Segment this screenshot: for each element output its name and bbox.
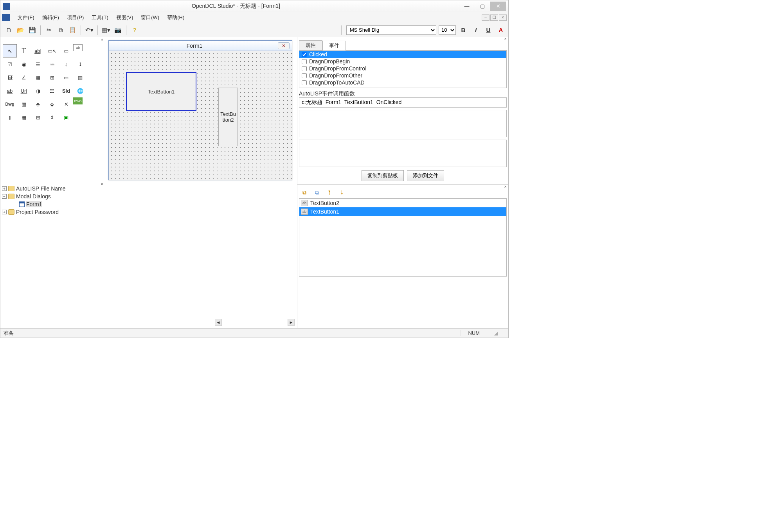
tree-node-password[interactable]: + Project Password: [2, 208, 103, 216]
add-to-file-button[interactable]: 添加到文件: [407, 170, 444, 181]
tab-events[interactable]: 事件: [322, 41, 346, 50]
event-dragndropfromother[interactable]: DragnDropFromOther: [299, 72, 506, 79]
design-textbutton2[interactable]: TextButton2: [218, 88, 238, 146]
block-tool[interactable]: ⬘: [31, 97, 45, 111]
grid-tool[interactable]: ▦: [17, 97, 31, 111]
copy-clipboard-button[interactable]: 复制到剪贴板: [362, 170, 404, 181]
event-list[interactable]: Clicked DragnDropBegin DragnDropFromCont…: [299, 50, 507, 88]
zorder-item-textbutton2[interactable]: ab TextButton2: [299, 199, 506, 207]
event-dragndroptoautocad[interactable]: DragnDropToAutoCAD: [299, 79, 506, 86]
dwg-tool[interactable]: Dwg: [3, 97, 17, 111]
underline-button[interactable]: U: [483, 25, 493, 35]
bold-button[interactable]: B: [458, 25, 468, 35]
mdi-restore-button[interactable]: ❐: [490, 14, 498, 21]
url-tool[interactable]: Url: [17, 84, 31, 97]
font-size-select[interactable]: 10: [439, 25, 456, 35]
tree-node-autolisp[interactable]: + AutoLISP File Name: [2, 185, 103, 192]
splitter-h-tool[interactable]: ⇕: [45, 111, 59, 124]
tab-tool[interactable]: ◑: [31, 84, 45, 97]
tab-attributes[interactable]: 属性: [299, 40, 322, 50]
textbox-tool[interactable]: ab|: [31, 44, 45, 58]
save-button[interactable]: 💾: [27, 25, 37, 35]
sld-tool[interactable]: Sld: [59, 84, 73, 97]
odcl-tool[interactable]: ⬙: [45, 97, 59, 111]
frame-tool[interactable]: ▭: [59, 44, 73, 58]
maximize-button[interactable]: ▢: [475, 2, 490, 11]
font-name-select[interactable]: MS Shell Dlg: [346, 25, 436, 35]
form-designer-window[interactable]: Form1 ✕ TextButton1 TextButton2: [108, 40, 292, 180]
toolbox-close-icon[interactable]: ×: [101, 37, 103, 42]
listview-tool[interactable]: ⊞: [45, 71, 59, 84]
event-checkbox[interactable]: [302, 66, 307, 71]
send-back-button[interactable]: ⧉: [312, 188, 322, 197]
form-body[interactable]: TextButton1 TextButton2: [109, 51, 292, 180]
dwgpreview-tool[interactable]: DWG: [73, 97, 83, 104]
font-color-button[interactable]: A: [496, 25, 506, 35]
cut-button[interactable]: ✂: [44, 25, 54, 35]
event-clicked[interactable]: Clicked: [299, 51, 506, 58]
new-button[interactable]: 🗋: [4, 25, 14, 35]
design-textbutton1[interactable]: TextButton1: [126, 72, 196, 111]
bring-front-button[interactable]: ⧉: [300, 188, 309, 197]
canvas-hscroll[interactable]: ◄ ►: [215, 319, 295, 326]
open-button[interactable]: 📂: [15, 25, 25, 35]
form-dropdown-button[interactable]: ▦▾: [101, 25, 111, 35]
scroll-left-icon[interactable]: ◄: [215, 319, 222, 326]
button-tool[interactable]: ▭↖: [45, 44, 59, 58]
event-dragndropbegin[interactable]: DragnDropBegin: [299, 58, 506, 65]
move-up-button[interactable]: ⭱: [325, 188, 334, 197]
crop-tool[interactable]: ▣: [59, 111, 73, 124]
datagrid-tool[interactable]: ⊞: [31, 111, 45, 124]
slider-tool[interactable]: ⟟: [73, 58, 87, 71]
radio-tool[interactable]: ◉: [17, 58, 31, 71]
zorder-close-icon[interactable]: ×: [504, 184, 507, 189]
menu-window[interactable]: 窗口(W): [137, 13, 163, 22]
expand-icon[interactable]: +: [2, 186, 7, 191]
combobox-tool[interactable]: ⩸: [45, 58, 59, 71]
table-tool[interactable]: ▦: [17, 111, 31, 124]
menu-edit[interactable]: 编辑(E): [38, 13, 63, 22]
groupbox-tool[interactable]: ab: [73, 44, 83, 51]
mdi-close-button[interactable]: ×: [499, 14, 507, 21]
tree-close-icon[interactable]: ×: [101, 182, 103, 186]
progress-tool[interactable]: ▥: [73, 71, 87, 84]
menu-view[interactable]: 视图(V): [112, 13, 137, 22]
function-name-input[interactable]: [299, 97, 507, 108]
paste-button[interactable]: 📋: [67, 25, 77, 35]
mdi-minimize-button[interactable]: –: [482, 14, 489, 21]
event-checkbox[interactable]: [302, 80, 307, 85]
angle-tool[interactable]: ∠: [17, 71, 31, 84]
hatch-tool[interactable]: ✕: [59, 97, 73, 111]
zorder-list[interactable]: ab TextButton2 ab TextButton1: [299, 198, 507, 277]
help-button[interactable]: ?: [130, 25, 140, 35]
menu-project[interactable]: 项目(P): [63, 13, 88, 22]
undo-button[interactable]: ↶▾: [84, 25, 94, 35]
spin-tool[interactable]: ab: [3, 84, 17, 97]
props-close-icon[interactable]: ×: [504, 37, 507, 41]
event-dragndropfromcontrol[interactable]: DragnDropFromControl: [299, 65, 506, 72]
scrollbar-tool[interactable]: ↕: [59, 58, 73, 71]
image-tool[interactable]: 🖼: [3, 71, 17, 84]
splitter-v-tool[interactable]: ⫿: [3, 111, 17, 124]
expand-icon[interactable]: +: [2, 210, 7, 214]
event-checkbox[interactable]: [302, 59, 307, 64]
rect-tool[interactable]: ▭: [59, 71, 73, 84]
scroll-right-icon[interactable]: ►: [288, 319, 295, 326]
event-checkbox[interactable]: [302, 73, 307, 78]
menu-help[interactable]: 帮助(H): [163, 13, 188, 22]
menu-tools[interactable]: 工具(T): [88, 13, 112, 22]
pointer-tool[interactable]: ↖: [3, 44, 17, 58]
zorder-item-textbutton1[interactable]: ab TextButton1: [299, 207, 506, 216]
code-preview-2[interactable]: [299, 140, 507, 167]
copy-button[interactable]: ⧉: [56, 25, 66, 35]
camera-button[interactable]: 📷: [113, 25, 123, 35]
event-checkbox[interactable]: [302, 52, 307, 57]
globe-tool[interactable]: 🌐: [73, 84, 87, 97]
calendar-tool[interactable]: ▦: [31, 71, 45, 84]
tree-tool[interactable]: ☷: [45, 84, 59, 97]
tree-node-form1[interactable]: Form1: [2, 200, 103, 208]
move-down-button[interactable]: ⭳: [337, 188, 347, 197]
menu-file[interactable]: 文件(F): [14, 13, 38, 22]
collapse-icon[interactable]: −: [2, 194, 7, 199]
minimize-button[interactable]: —: [459, 2, 475, 11]
